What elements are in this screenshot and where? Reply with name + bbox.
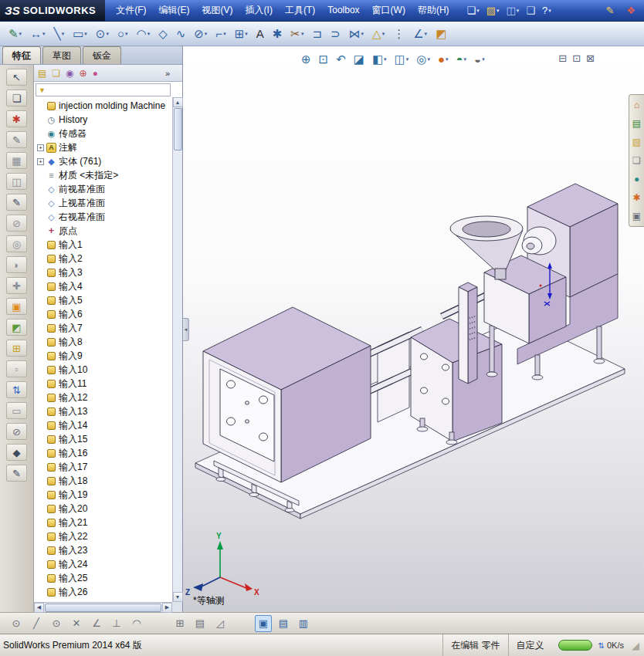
repair-sketch-icon[interactable]: ⋮ [389, 25, 408, 42]
tree-item[interactable]: 输入15 [36, 432, 172, 446]
tree-item[interactable]: 传感器 [36, 127, 172, 140]
point-icon[interactable]: ✱ [269, 25, 286, 42]
new-document-icon[interactable]: ❏ ▾ [465, 3, 482, 18]
folder-icon[interactable]: ▣ [6, 298, 27, 315]
tree-item[interactable]: 输入11 [36, 377, 172, 391]
snap-center-icon[interactable]: ⊙ [48, 615, 65, 632]
tab-features[interactable]: 特征 [2, 46, 41, 64]
more-tabs-chevron-icon[interactable]: » [165, 69, 170, 78]
sketch-icon[interactable]: ✎ ▾ [5, 25, 25, 42]
featuremanager-tab-icon[interactable]: ▤ [38, 69, 46, 78]
trim-entities-icon[interactable]: ✂ ▾ [286, 25, 307, 42]
ruler-icon[interactable]: ▤ [192, 615, 208, 632]
zoom-area-icon[interactable]: ⊡ [317, 52, 331, 66]
menu-item[interactable]: 编辑(E) [153, 0, 196, 21]
scenes-icon[interactable]: ✱ [630, 191, 642, 204]
expand-toggle[interactable]: + [37, 144, 44, 151]
tree-item[interactable]: + 注解 [36, 140, 172, 154]
corner-rectangle-icon[interactable]: ▭ ▾ [69, 25, 91, 42]
zoom-fit-icon[interactable]: ⊕ [299, 52, 314, 66]
shaded-view-icon[interactable]: ▣ [255, 615, 272, 632]
line-icon[interactable]: ╲ ▾ [50, 25, 69, 42]
expand-toggle[interactable]: + [37, 158, 44, 165]
tree-item[interactable]: 输入23 [36, 543, 172, 557]
block-icon[interactable]: ▦ [6, 152, 27, 169]
snap-tangent-icon[interactable]: ◠ [128, 615, 145, 632]
tree-item[interactable]: 输入16 [36, 446, 172, 460]
library-icon[interactable]: ◩ [6, 319, 27, 336]
mirror-entities-icon[interactable]: ⋈ ▾ [345, 25, 368, 42]
machine-model[interactable]: Y X Z [183, 46, 644, 612]
pencil-icon[interactable]: ✎ [6, 194, 27, 211]
sort-icon[interactable]: ⇅ [6, 381, 27, 398]
hide-show-items-icon[interactable]: ◎ ▾ [414, 52, 432, 66]
resources-home-icon[interactable]: ⌂ [632, 99, 642, 111]
tree-horizontal-scrollbar[interactable]: ◀ ▶ [34, 602, 172, 612]
resize-grip-icon[interactable]: ◢ [632, 641, 641, 651]
tab-sheet-metal[interactable]: 钣金 [83, 46, 121, 64]
tree-item[interactable]: 上视基准面 [36, 196, 172, 210]
tree-item[interactable]: 输入12 [36, 391, 172, 404]
grid-icon[interactable]: ⊞ [6, 340, 27, 357]
circle-icon[interactable]: ○ ▾ [114, 25, 132, 42]
offset-entities-icon[interactable]: ⊃ [327, 25, 344, 42]
scrollbar-thumb[interactable] [45, 604, 161, 612]
tree-item[interactable]: 前视基准面 [36, 182, 172, 196]
tree-root-item[interactable]: injection molding Machine [36, 99, 172, 113]
tree-item[interactable]: 输入26 [36, 585, 172, 599]
tree-item[interactable]: + 实体 (761) [36, 154, 172, 168]
help-icon[interactable]: ? ▾ [540, 3, 554, 18]
snap-intersection-icon[interactable]: ✕ [68, 615, 85, 632]
snap-perpendicular-icon[interactable]: ⊥ [108, 615, 125, 632]
tree-item[interactable]: 输入4 [36, 279, 172, 293]
comment-icon[interactable]: ✎ [6, 131, 27, 148]
tree-item[interactable]: 输入10 [36, 363, 172, 377]
graphics-area[interactable]: Y X Z ⊕ ⊡ ↶ [183, 46, 644, 612]
grid-snap-icon[interactable]: ⊞ [171, 615, 188, 632]
tree-item[interactable]: 输入18 [36, 474, 172, 488]
view-settings-icon[interactable]: ◒ ▾ [472, 52, 487, 66]
tree-item[interactable]: 输入6 [36, 307, 172, 321]
dimxpert-tab-icon[interactable]: ⊕ [80, 69, 87, 78]
close-window-icon[interactable]: ⊠ [586, 53, 595, 63]
ellipse-icon[interactable]: ⊘ ▾ [190, 25, 211, 42]
menu-item[interactable]: Toolbox [321, 0, 365, 21]
snap-points-icon[interactable]: ⊙ [8, 615, 25, 632]
snap-lines-icon[interactable]: ╱ [28, 615, 45, 632]
scroll-left-icon[interactable]: ◀ [34, 603, 44, 613]
appearances-icon[interactable]: ● [632, 173, 642, 185]
tree-item[interactable]: 输入22 [36, 529, 172, 543]
sketch-fillet-icon[interactable]: ⌐ ▾ [212, 25, 229, 42]
text-icon[interactable]: A [253, 25, 268, 42]
tab-sketch[interactable]: 草图 [42, 46, 81, 64]
tree-item[interactable]: 输入21 [36, 516, 172, 529]
displaymanager-tab-icon[interactable]: ● [93, 69, 98, 78]
tree-item[interactable]: 输入1 [36, 238, 172, 252]
tree-item[interactable]: 输入24 [36, 557, 172, 571]
small-box-icon[interactable]: ▫ [6, 360, 27, 377]
arc-icon[interactable]: ◠ ▾ [133, 25, 154, 42]
display-style-icon[interactable]: ◫ ▾ [392, 52, 412, 66]
linear-pattern-icon[interactable]: ⊞ ▾ [231, 25, 252, 42]
tree-item[interactable]: 材质 <未指定> [36, 168, 172, 182]
display-relations-icon[interactable]: △ ▾ [368, 25, 388, 42]
tree-item[interactable]: 右视基准面 [36, 210, 172, 224]
smart-dimension-icon[interactable]: ↔ ▾ [26, 25, 49, 42]
search-pencil-icon[interactable]: ✎ [603, 3, 616, 18]
open-icon[interactable]: ▨ ▾ [484, 3, 502, 18]
section-view-icon[interactable]: ◪ [351, 52, 367, 66]
mold-icon[interactable]: ◗ [6, 256, 27, 273]
control-cabinet[interactable] [459, 282, 477, 384]
tree-item[interactable]: 输入25 [36, 571, 172, 585]
filter-funnel-icon[interactable]: ▼ [36, 86, 48, 94]
mark-icon[interactable]: ✱ [6, 110, 27, 127]
menu-item[interactable]: 帮助(H) [412, 0, 456, 21]
menu-item[interactable]: 插入(I) [239, 0, 279, 21]
view-orientation-icon[interactable]: ◧ ▾ [370, 52, 389, 66]
tree-item[interactable]: 输入5 [36, 293, 172, 307]
section-icon[interactable]: ◫ [6, 173, 27, 190]
tree-vertical-scrollbar[interactable]: ▲ ▼ [172, 97, 182, 602]
propertymanager-tab-icon[interactable]: ❏ [52, 69, 60, 78]
scroll-down-icon[interactable]: ▼ [173, 592, 183, 602]
menu-item[interactable]: 窗口(W) [366, 0, 412, 21]
